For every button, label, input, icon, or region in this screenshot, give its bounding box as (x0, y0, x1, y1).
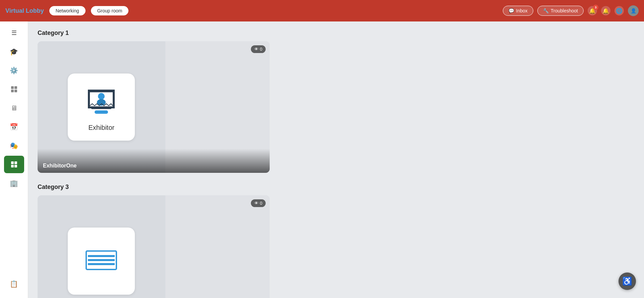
svg-rect-19 (88, 263, 115, 265)
monitor-icon: 🖥 (11, 104, 17, 112)
globe-button[interactable]: 🌐 (614, 6, 624, 15)
networking-icon: 🎭 (10, 142, 18, 150)
sidebar-item-monitor[interactable]: 🖥 (4, 99, 24, 117)
svg-rect-1 (14, 86, 17, 89)
view-count-3: 0 (260, 201, 262, 206)
svg-rect-3 (14, 90, 17, 92)
sidebar: ☰ 🎓 ⚙️ 🖥 📅 🎭 (0, 21, 28, 298)
sidebar-item-settings[interactable]: ⚙️ (4, 62, 24, 79)
sidebar-item-grid[interactable] (4, 81, 24, 98)
monitor-booth-icon (83, 248, 120, 275)
settings-icon: ⚙️ (10, 66, 18, 74)
svg-rect-6 (11, 165, 14, 167)
svg-rect-4 (11, 161, 14, 164)
graduation-icon: 🎓 (10, 48, 18, 56)
buildings-icon: 🏢 (10, 179, 18, 187)
svg-rect-7 (14, 165, 17, 167)
grid-icon (10, 86, 18, 93)
notification-badge: 3 (593, 5, 598, 10)
sidebar-item-buildings[interactable]: 🏢 (4, 175, 24, 192)
sidebar-item-menu[interactable]: ☰ (4, 24, 24, 42)
sidebar-item-learning[interactable]: 🎓 (4, 43, 24, 60)
exhibitor-icon-card: Exhibitor (68, 73, 135, 141)
svg-rect-18 (88, 259, 115, 261)
eye-icon: 👁 (254, 47, 259, 52)
category-3-title: Category 3 (38, 184, 635, 191)
card-left-3 (38, 195, 165, 298)
card-icon-area-3 (68, 228, 135, 295)
sidebar-item-exhibitors[interactable] (4, 156, 24, 173)
category-3-card[interactable]: 👁 0 (38, 195, 270, 298)
accessibility-button[interactable]: ♿ (619, 272, 636, 290)
svg-rect-17 (88, 255, 115, 257)
notifications-button[interactable]: 🔔 3 (588, 6, 597, 15)
card-inner-3 (38, 195, 270, 298)
exhibitors-icon (10, 161, 18, 168)
svg-rect-10 (113, 90, 115, 108)
category-1-cards: Exhibitor 👁 0 ExhibitorOne (38, 41, 635, 173)
svg-rect-9 (88, 90, 90, 108)
troubleshoot-icon: 🔧 (543, 8, 549, 13)
svg-rect-0 (11, 86, 14, 89)
svg-point-12 (98, 93, 105, 100)
exhibitor-booth-icon (83, 83, 120, 120)
svg-rect-5 (14, 161, 17, 164)
sidebar-bottom: 📋 (4, 275, 24, 295)
card-right-3 (165, 195, 270, 298)
category-1-title: Category 1 (38, 30, 635, 37)
category-3-cards: 👁 0 (38, 195, 635, 298)
sidebar-item-notes[interactable]: 📋 (4, 275, 24, 293)
accessibility-icon: ♿ (622, 277, 632, 286)
main-layout: ☰ 🎓 ⚙️ 🖥 📅 🎭 (0, 21, 644, 298)
notes-icon: 📋 (10, 280, 18, 288)
svg-rect-15 (95, 110, 108, 114)
networking-button[interactable]: Networking (49, 6, 86, 15)
header-right: 💬 Inbox 🔧 Troubleshoot 🔔 3 🔔 🌐 👤 (503, 5, 639, 16)
header-left: Virtual Lobby Networking Group room (5, 6, 497, 15)
view-count-badge-3: 👁 0 (251, 199, 266, 207)
user-avatar[interactable]: 👤 (628, 5, 639, 16)
view-count-badge: 👁 0 (251, 45, 266, 53)
main-content: Category 1 (28, 21, 644, 298)
group-room-button[interactable]: Group room (91, 6, 129, 15)
exhibitor-one-card[interactable]: Exhibitor 👁 0 ExhibitorOne (38, 41, 270, 173)
inbox-icon: 💬 (508, 8, 514, 13)
sidebar-item-calendar[interactable]: 📅 (4, 118, 24, 136)
hamburger-icon: ☰ (11, 29, 17, 37)
cat3-icon-card (68, 228, 135, 295)
svg-rect-8 (88, 90, 115, 92)
view-count: 0 (260, 47, 262, 52)
card-footer: ExhibitorOne (38, 149, 270, 173)
troubleshoot-button[interactable]: 🔧 Troubleshoot (537, 6, 584, 16)
app-title: Virtual Lobby (5, 7, 44, 14)
inbox-button[interactable]: 💬 Inbox (503, 6, 533, 16)
svg-rect-14 (91, 107, 111, 109)
calendar-icon: 📅 (10, 123, 18, 131)
sidebar-item-networking[interactable]: 🎭 (4, 137, 24, 154)
alerts-button[interactable]: 🔔 (601, 6, 610, 15)
exhibitor-icon-label: Exhibitor (88, 124, 114, 132)
card-name: ExhibitorOne (43, 163, 76, 169)
app-header: Virtual Lobby Networking Group room 💬 In… (0, 0, 644, 21)
card-icon-area: Exhibitor (68, 73, 135, 141)
svg-rect-2 (11, 90, 14, 92)
eye-icon-3: 👁 (254, 201, 259, 206)
